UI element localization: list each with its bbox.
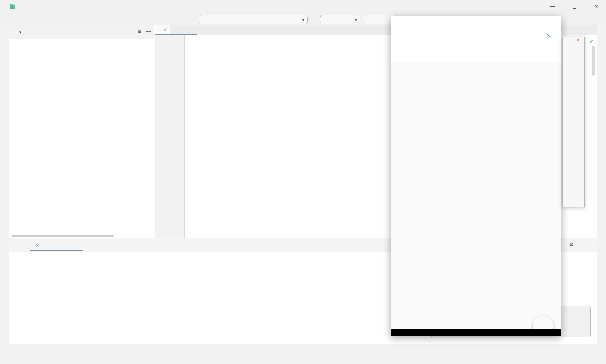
app-body (391, 63, 561, 331)
right-tool-stripe (597, 25, 606, 344)
inspections-ok-icon[interactable]: ✔ (589, 38, 593, 45)
chevron-down-icon: ▼ (19, 31, 21, 34)
emulator-side-toolbar: – × (562, 37, 585, 207)
tab-flutter-messages[interactable]: × (30, 241, 42, 250)
hide-panel-icon[interactable]: — (579, 241, 585, 247)
android-nav-bar: ◀ ● ■ (391, 329, 561, 336)
android-emulator-window: ⚙ ⊘ ◀ ● ■ (391, 16, 561, 336)
editor-scrollbar[interactable] (592, 46, 595, 76)
device-selector[interactable]: ▼ (199, 15, 308, 24)
toolbar-divider (571, 16, 571, 23)
project-panel-title[interactable]: ▼ (14, 31, 21, 34)
horizontal-scrollbar[interactable] (12, 235, 114, 237)
run-config-selector[interactable]: ▼ (320, 15, 360, 24)
nav-home-icon[interactable]: ● (473, 329, 478, 336)
android-status-bar: ⚙ ⊘ (391, 30, 561, 40)
minimize-button[interactable] (548, 3, 557, 11)
title-bar: × (0, 0, 606, 14)
project-panel-header: ▼ ⚙ — (9, 25, 154, 39)
divider (133, 29, 133, 34)
left-tool-stripe (0, 25, 9, 344)
minimize-icon[interactable]: – (568, 38, 570, 42)
android-studio-window: × ▼ ▼ ▼ ⚙ — (0, 0, 606, 364)
sdcard-icon (408, 33, 411, 38)
emulator-title-bar[interactable] (391, 16, 561, 30)
editor-gutter (155, 35, 185, 238)
maximize-button[interactable] (570, 3, 579, 11)
panel-splitter[interactable] (154, 25, 154, 238)
close-icon[interactable]: × (577, 38, 579, 42)
close-button[interactable]: × (592, 3, 601, 11)
nav-back-icon[interactable]: ◀ (423, 329, 427, 336)
battery-icon (554, 33, 556, 38)
close-tab-icon[interactable]: × (163, 27, 167, 32)
tab-active-underline (30, 250, 83, 251)
gear-icon[interactable]: ⚙ (137, 28, 142, 34)
data-saver-icon: ⊘ (415, 33, 419, 38)
flutter-app-bar (391, 40, 561, 63)
project-tree (9, 41, 154, 233)
chevron-down-icon: ▼ (355, 18, 357, 22)
chevron-down-icon: ▼ (302, 18, 305, 22)
close-tab-icon[interactable]: × (35, 243, 39, 249)
hide-panel-icon[interactable]: — (146, 29, 151, 34)
android-studio-logo-icon (9, 4, 16, 10)
emulator-screen[interactable]: ⚙ ⊘ ◀ ● ■ (391, 30, 561, 336)
status-bar (0, 354, 606, 364)
gear-icon[interactable]: ⚙ (569, 241, 574, 247)
tool-window-bar (0, 344, 606, 354)
toolbar-right-icons (567, 15, 579, 25)
toolbar-divider (315, 16, 315, 23)
nav-overview-icon[interactable]: ■ (522, 329, 528, 336)
tab-main-dart[interactable]: × (155, 25, 170, 34)
gear-icon: ⚙ (401, 33, 405, 38)
